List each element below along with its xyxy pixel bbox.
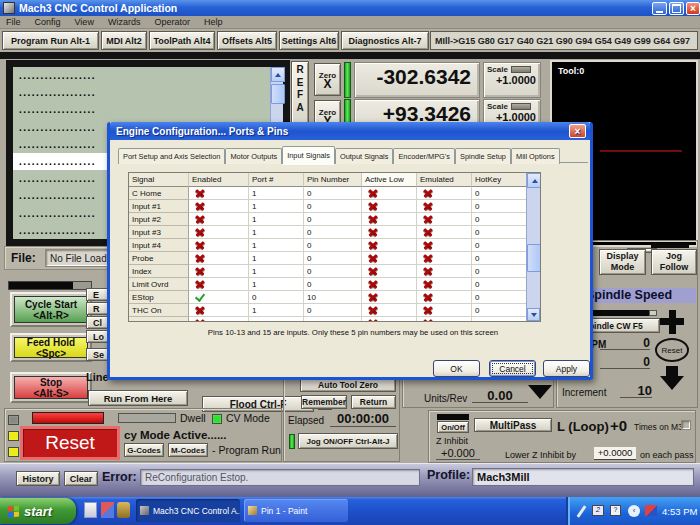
active-low-cell[interactable] [362,187,417,200]
enabled-cell[interactable] [189,252,249,265]
tray-pencil-icon[interactable] [577,505,587,517]
sov-value[interactable]: 0 [600,355,650,369]
zero-x-button[interactable]: ZeroX [314,63,341,96]
pin-cell[interactable]: 10 [304,291,362,304]
gcode-line[interactable]: .................. [13,101,283,118]
increment-value[interactable]: 10 [620,383,652,398]
spindle-minus-icon[interactable] [658,366,686,394]
tab-toolpath[interactable]: ToolPath Alt4 [149,31,215,50]
pin-cell[interactable]: 0 [304,226,362,239]
feed-hold-button[interactable]: Feed Hold<Spc> [10,333,92,362]
tab-program-run[interactable]: Program Run Alt-1 [2,31,99,50]
pin-cell[interactable]: 0 [304,252,362,265]
pin-cell[interactable]: 0 [304,304,362,317]
tray-chevron-icon[interactable]: ‹ [628,505,640,517]
return-button[interactable]: Return [351,395,396,409]
menu-item-wizards[interactable]: Wizards [108,17,141,27]
taskbar-task-mach3[interactable]: Mach3 CNC Control A... [136,499,240,522]
scrollbar-up-icon[interactable] [527,173,541,188]
enabled-cell[interactable] [189,226,249,239]
dialog-tab-spindle-setup[interactable]: Spindle Setup [455,148,511,164]
close-icon[interactable]: × [686,2,700,15]
ok-button[interactable]: OK [433,360,480,377]
reset-button[interactable]: Reset [20,426,120,460]
port-cell[interactable]: 1 [249,304,304,317]
active-low-cell[interactable] [362,278,417,291]
port-cell[interactable]: 1 [249,239,304,252]
cancel-button[interactable]: Cancel [489,360,536,377]
hotkey-cell[interactable]: 0 [472,226,528,239]
apply-button[interactable]: Apply [543,360,590,377]
emulated-cell[interactable] [417,278,472,291]
port-cell[interactable]: 1 [249,200,304,213]
gcode-line[interactable]: .................. [13,67,283,84]
spindle-reset-button[interactable]: Reset [655,338,689,362]
x-dro[interactable]: -302.6342 [354,62,480,98]
rpm-value[interactable]: 0 [600,336,650,350]
dialog-tabs[interactable]: Port Setup and Axis SelectionMotor Outpu… [118,146,588,163]
hotkey-cell[interactable]: 0 [472,187,528,200]
m30-checkbox[interactable] [681,420,691,430]
active-low-cell[interactable] [362,304,417,317]
table-scroll-thumb[interactable] [527,244,541,272]
pin-cell[interactable]: 0 [304,239,362,252]
clear-button[interactable]: Clear [64,471,98,486]
hotkey-cell[interactable]: 0 [472,278,528,291]
run-from-here-button[interactable]: Run From Here [88,390,188,406]
menu-item-operator[interactable]: Operator [154,17,190,27]
minimize-icon[interactable] [652,2,667,15]
dialog-tab-output-signals[interactable]: Output Signals [335,148,393,164]
restore-icon[interactable] [669,2,684,15]
emulated-cell[interactable] [417,252,472,265]
tab-settings[interactable]: Settings Alt6 [279,31,339,50]
pin-cell[interactable]: 0 [304,213,362,226]
start-button[interactable]: start [0,498,76,524]
active-low-cell[interactable] [362,291,417,304]
tray-help-icon[interactable]: ? [610,505,621,516]
quicklaunch-icon-3[interactable] [117,502,130,518]
tray-volume-icon[interactable] [645,505,657,516]
spindle-plus-icon[interactable] [660,310,684,334]
quicklaunch-icon-1[interactable] [84,502,97,518]
table-scrollbar[interactable] [526,173,540,321]
quicklaunch-icon-2[interactable] [101,502,114,518]
hotkey-cell[interactable]: 0 [472,213,528,226]
active-low-cell[interactable] [362,317,417,322]
scrollbar-up-icon[interactable] [271,67,285,82]
remember-button[interactable]: Remember [301,395,347,409]
port-cell[interactable]: 1 [249,226,304,239]
active-low-cell[interactable] [362,265,417,278]
dialog-tab-motor-outputs[interactable]: Motor Outputs [225,148,282,164]
dialog-tab-input-signals[interactable]: Input Signals [282,146,335,164]
active-low-cell[interactable] [362,239,417,252]
tray-display-icon[interactable]: 2 [592,505,604,516]
enabled-cell[interactable] [189,265,249,278]
dialog-tab-mill-options[interactable]: Mill Options [511,148,560,164]
mcodes-button[interactable]: M-Codes [168,443,208,457]
emulated-cell[interactable] [417,291,472,304]
emulated-cell[interactable] [417,200,472,213]
hotkey-cell[interactable]: 0 [472,200,528,213]
emulated-cell[interactable] [417,239,472,252]
units-rev-value[interactable]: 0.00 [472,388,528,403]
emulated-cell[interactable] [417,213,472,226]
port-cell[interactable]: 1 [249,265,304,278]
active-low-cell[interactable] [362,226,417,239]
pin-cell[interactable]: 0 [304,265,362,278]
emulated-cell[interactable] [417,304,472,317]
taskbar-task-paint[interactable]: Pin 1 - Paint [244,499,348,522]
dialog-close-icon[interactable]: × [569,124,586,138]
lower-z-value[interactable]: +0.0000 [594,447,636,460]
enabled-cell[interactable] [189,213,249,226]
loop-value[interactable]: +0 [610,417,627,434]
hotkey-cell[interactable]: 0 [472,239,528,252]
cycle-start-button[interactable]: Cycle Start<Alt-R> [10,292,92,327]
dialog-tab-encoder-mpg-s[interactable]: Encoder/MPG's [393,148,455,164]
port-cell[interactable]: 1 [249,252,304,265]
gcode-scroll-thumb[interactable] [271,84,285,104]
port-cell[interactable]: 0 [249,291,304,304]
onoff-button[interactable]: On/Off [437,421,469,433]
menu-item-view[interactable]: View [75,17,94,27]
menu-item-file[interactable]: File [6,17,21,27]
z-inhibit-value[interactable]: +0.000 [436,447,480,460]
